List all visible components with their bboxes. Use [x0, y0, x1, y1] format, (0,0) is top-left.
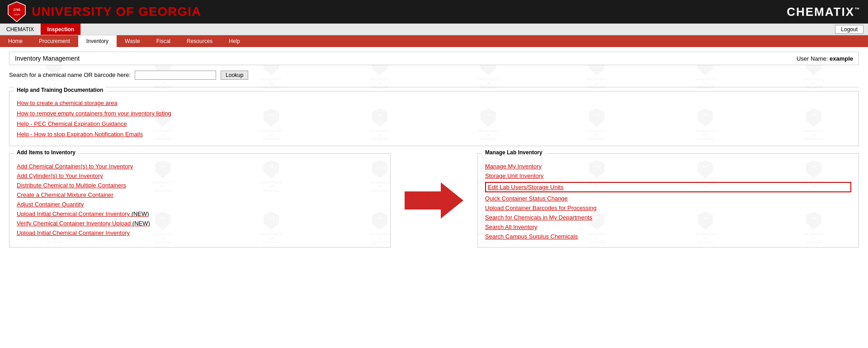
add-items-title: Add Items to Inventory — [14, 149, 78, 156]
help-link-2[interactable]: Help - PEC Chemical Expiration Guidance — [17, 120, 851, 127]
help-link-3[interactable]: Help - How to stop Expiration Notificati… — [17, 131, 851, 138]
manage-link-3[interactable]: Quick Container Status Change — [485, 195, 851, 202]
add-items-link-2[interactable]: Distribute Chemical to Multiple Containe… — [17, 182, 383, 189]
manage-link-6[interactable]: Search All Inventory — [485, 224, 851, 230]
help-link-1[interactable]: How to remove empty containers from your… — [17, 110, 851, 117]
nav-home[interactable]: Home — [0, 35, 31, 47]
search-label: Search for a chemical name OR barcode he… — [9, 72, 131, 78]
svg-text:UGA: UGA — [14, 13, 19, 16]
manage-link-4[interactable]: Upload Container Barcodes for Processing — [485, 205, 851, 211]
top-header: 1785 UGA UNIVERSITY OF GEORGIA CHEMATIX™ — [0, 0, 868, 24]
nav-fiscal[interactable]: Fiscal — [148, 35, 179, 47]
university-name: UNIVERSITY OF GEORGIA — [32, 5, 201, 19]
lookup-button[interactable]: Lookup — [221, 71, 248, 80]
chematix-brand: CHEMATIX™ — [787, 5, 861, 19]
add-items-link-7[interactable]: Upload Initial Chemical Container Invent… — [17, 229, 383, 236]
page-title-bar: Inventory Management User Name: example — [9, 52, 859, 65]
arrow-container — [398, 153, 470, 248]
nav-waste[interactable]: Waste — [117, 35, 148, 47]
two-col-sections: Add Items to Inventory Add Chemical Cont… — [9, 153, 859, 248]
manage-link-7[interactable]: Search Campus Surplus Chemicals — [485, 233, 851, 240]
add-items-link-6[interactable]: Verify Chemical Container Inventory Uplo… — [17, 220, 383, 227]
help-section: Help and Training Documentation How to c… — [9, 91, 859, 146]
manage-link-5[interactable]: Search for Chemicals in My Departments — [485, 214, 851, 221]
nav-inspection[interactable]: Inspection — [41, 24, 81, 35]
search-input[interactable] — [135, 71, 216, 80]
nav-bar-1: CHEMATIX Inspection Logout — [0, 24, 868, 35]
add-items-link-3[interactable]: Create a Chemical Mixture Container — [17, 191, 383, 198]
nav-resources[interactable]: Resources — [179, 35, 221, 47]
add-items-link-1[interactable]: Add Cylinder(s) to Your Inventory — [17, 172, 383, 179]
page-title: Inventory Management — [15, 55, 80, 62]
add-items-link-4[interactable]: Adjust Container Quantity — [17, 201, 383, 208]
manage-section: Manage Lab Inventory Manage My Inventory… — [477, 153, 859, 248]
help-link-0[interactable]: How to create a chemical storage area — [17, 100, 851, 106]
uga-shield-icon: 1785 UGA — [7, 1, 26, 23]
logo-area: 1785 UGA UNIVERSITY OF GEORGIA — [7, 1, 201, 23]
manage-link-2[interactable]: Edit Lab Users/Storage Units — [485, 182, 851, 192]
svg-marker-0 — [8, 2, 25, 22]
content-area: // Generate watermark items inline via s… — [0, 47, 868, 252]
manage-section-title: Manage Lab Inventory — [482, 149, 545, 156]
manage-link-1[interactable]: Storage Unit Inventory — [485, 172, 851, 179]
right-arrow-icon — [405, 180, 463, 221]
add-items-section: Add Items to Inventory Add Chemical Cont… — [9, 153, 391, 248]
nav-bar-2: Home Procurement Inventory Waste Fiscal … — [0, 35, 868, 47]
nav-chematix[interactable]: CHEMATIX — [0, 24, 41, 35]
help-section-title: Help and Training Documentation — [14, 87, 106, 93]
nav-procurement[interactable]: Procurement — [31, 35, 78, 47]
username: example — [830, 55, 853, 62]
logout-button[interactable]: Logout — [835, 25, 863, 34]
svg-text:1785: 1785 — [13, 8, 20, 11]
user-info: User Name: example — [797, 55, 853, 62]
search-bar: Search for a chemical name OR barcode he… — [9, 71, 859, 80]
divider — [9, 87, 859, 87]
add-items-link-5[interactable]: Upload Initial Chemical Container Invent… — [17, 210, 383, 217]
svg-marker-292 — [405, 182, 463, 219]
add-items-link-0[interactable]: Add Chemical Container(s) to Your Invent… — [17, 163, 383, 170]
nav-inventory[interactable]: Inventory — [78, 35, 117, 47]
manage-link-0[interactable]: Manage My Inventory — [485, 163, 851, 170]
nav-help[interactable]: Help — [221, 35, 248, 47]
